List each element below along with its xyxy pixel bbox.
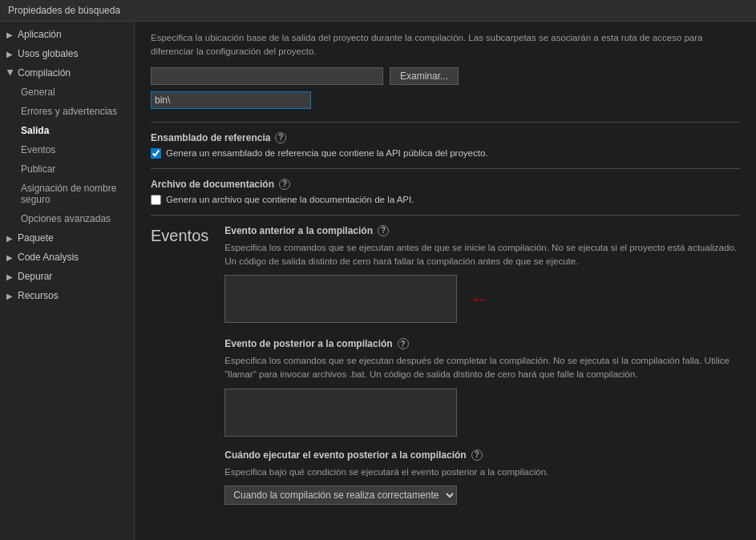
- sidebar-label: Errores y advertencias: [21, 106, 117, 117]
- sidebar-item-eventos[interactable]: Eventos: [0, 140, 134, 159]
- pre-event-desc: Especifica los comandos que se ejecutan …: [224, 241, 740, 269]
- pre-event-textarea[interactable]: [224, 275, 457, 323]
- bin-path-row: [151, 91, 740, 109]
- browse-input[interactable]: [151, 67, 383, 85]
- reference-assembly-checkbox-label: Genera un ensamblado de referencia que c…: [166, 148, 488, 158]
- post-event-label: Evento de posterior a la compilación: [224, 338, 392, 349]
- when-run-select[interactable]: Cuando la compilación se realiza correct…: [224, 486, 457, 505]
- help-icon-post-event[interactable]: ?: [398, 338, 409, 349]
- sidebar-label: Asignación de nombre seguro: [21, 183, 126, 205]
- chevron-icon: ▶: [6, 234, 14, 243]
- chevron-icon: ▶: [6, 30, 14, 39]
- sidebar-item-aplicacion[interactable]: ▶ Aplicación: [0, 25, 134, 44]
- sidebar-label: Depurar: [18, 271, 52, 282]
- separator-1: [151, 122, 740, 123]
- sidebar: ▶ Aplicación ▶ Usos globales ▶ Compilaci…: [0, 22, 135, 540]
- chevron-icon: ▶: [6, 292, 14, 300]
- chevron-icon: ▶: [6, 272, 14, 281]
- top-description: Especifica la ubicación base de la salid…: [151, 31, 740, 59]
- sidebar-label: Compilación: [18, 67, 71, 79]
- sidebar-item-opciones[interactable]: Opciones avanzadas: [0, 209, 134, 228]
- when-run-section: Cuándo ejecutar el evento posterior a la…: [224, 449, 740, 505]
- pre-event-title: Evento anterior a la compilación ?: [224, 225, 740, 236]
- events-content: Evento anterior a la compilación ? Espec…: [224, 225, 740, 505]
- help-icon-reference[interactable]: ?: [275, 132, 286, 143]
- sidebar-label: Salida: [21, 125, 49, 136]
- separator-3: [151, 215, 740, 216]
- sidebar-item-depurar[interactable]: ▶ Depurar: [0, 267, 134, 286]
- reference-assembly-label: Ensamblado de referencia: [151, 132, 270, 143]
- main-layout: ▶ Aplicación ▶ Usos globales ▶ Compilaci…: [0, 22, 756, 540]
- doc-file-label: Archivo de documentación: [151, 179, 274, 190]
- sidebar-item-general[interactable]: General: [0, 83, 134, 102]
- sidebar-item-salida[interactable]: Salida ←: [0, 121, 134, 140]
- sidebar-item-publicar[interactable]: Publicar: [0, 159, 134, 179]
- events-section-label: Eventos: [151, 225, 208, 505]
- post-event-title: Evento de posterior a la compilación ?: [224, 338, 740, 349]
- sidebar-item-asignacion[interactable]: Asignación de nombre seguro: [0, 179, 134, 209]
- pre-event-textarea-container: ←: [224, 275, 457, 323]
- title-text: Propiedades de búsqueda: [8, 5, 120, 16]
- reference-assembly-checkbox-row: Genera un ensamblado de referencia que c…: [151, 148, 740, 159]
- when-run-title: Cuándo ejecutar el evento posterior a la…: [224, 449, 740, 461]
- chevron-icon: ▶: [6, 69, 15, 77]
- browse-row: Examinar...: [151, 67, 740, 85]
- browse-button[interactable]: Examinar...: [390, 67, 459, 85]
- chevron-icon: ▶: [6, 50, 14, 58]
- sidebar-label: Paquete: [18, 232, 54, 244]
- events-section: Eventos Evento anterior a la compilación…: [151, 225, 740, 505]
- doc-file-title: Archivo de documentación ?: [151, 179, 740, 190]
- post-event-textarea[interactable]: [224, 389, 457, 437]
- sidebar-label: Publicar: [21, 163, 55, 175]
- sidebar-label: Recursos: [18, 290, 59, 301]
- sidebar-label: General: [21, 87, 55, 98]
- sidebar-item-paquete[interactable]: ▶ Paquete: [0, 228, 134, 248]
- pre-event-label: Evento anterior a la compilación: [224, 225, 373, 236]
- help-icon-pre-event[interactable]: ?: [378, 225, 389, 236]
- post-event-desc: Especifica los comandos que se ejecutan …: [224, 354, 740, 382]
- doc-file-checkbox-row: Genera un archivo que contiene la docume…: [151, 195, 740, 205]
- doc-file-checkbox[interactable]: [151, 195, 161, 205]
- help-icon-when-run[interactable]: ?: [471, 449, 483, 461]
- post-event-section: Evento de posterior a la compilación ? E…: [224, 338, 740, 437]
- when-run-label: Cuándo ejecutar el evento posterior a la…: [224, 449, 466, 461]
- separator-2: [151, 168, 740, 169]
- sidebar-item-compilacion[interactable]: ▶ Compilación ←: [0, 63, 134, 83]
- content-area: Especifica la ubicación base de la salid…: [135, 22, 756, 540]
- sidebar-label: Opciones avanzadas: [21, 213, 111, 224]
- reference-assembly-checkbox[interactable]: [151, 148, 161, 159]
- red-arrow-pre-event: ←: [470, 288, 489, 310]
- sidebar-item-recursos[interactable]: ▶ Recursos: [0, 286, 134, 305]
- sidebar-label: Aplicación: [18, 29, 62, 40]
- chevron-icon: ▶: [6, 253, 14, 262]
- sidebar-label: Code Analysis: [18, 252, 79, 263]
- sidebar-item-code-analysis[interactable]: ▶ Code Analysis: [0, 248, 134, 267]
- sidebar-item-errores[interactable]: Errores y advertencias: [0, 102, 134, 121]
- bin-path-input[interactable]: [151, 91, 311, 109]
- title-bar: Propiedades de búsqueda: [0, 0, 756, 22]
- help-icon-doc[interactable]: ?: [279, 179, 290, 190]
- sidebar-item-usos-globales[interactable]: ▶ Usos globales: [0, 44, 134, 63]
- sidebar-label: Usos globales: [18, 48, 78, 59]
- doc-file-checkbox-label: Genera un archivo que contiene la docume…: [166, 195, 414, 204]
- when-run-desc: Especifica bajo qué condición se ejecuta…: [224, 465, 740, 479]
- sidebar-label: Eventos: [21, 144, 55, 155]
- reference-assembly-title: Ensamblado de referencia ?: [151, 132, 740, 143]
